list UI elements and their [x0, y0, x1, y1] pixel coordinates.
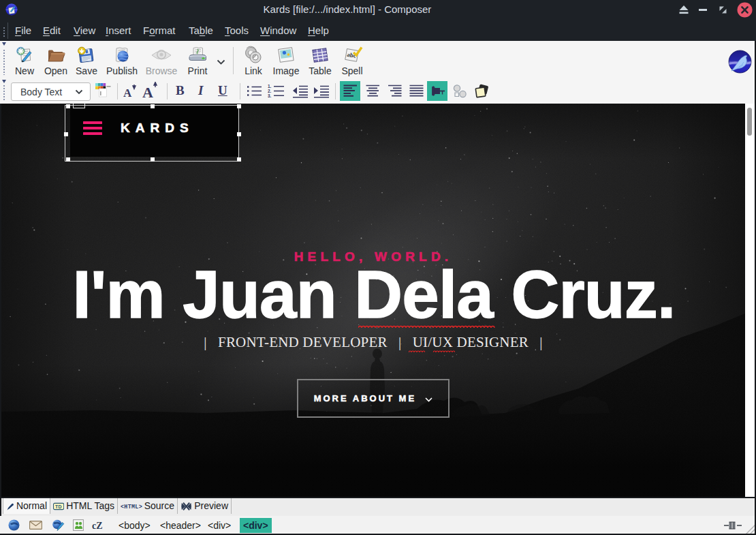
svg-text:A: A [142, 84, 153, 99]
svg-text:cZ: cZ [92, 521, 103, 531]
svg-text:A: A [123, 87, 132, 98]
svg-text:TD: TD [55, 504, 62, 508]
svg-text:<HTML>: <HTML> [121, 504, 142, 510]
svg-text:3.: 3. [268, 93, 272, 98]
